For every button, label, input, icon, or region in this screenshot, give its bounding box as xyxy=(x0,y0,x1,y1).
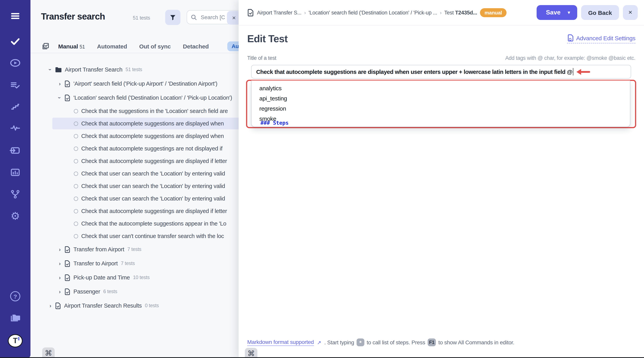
chevron-down-icon[interactable]: ▼ xyxy=(567,10,571,15)
test-circle-icon xyxy=(74,171,78,176)
folder-icon xyxy=(55,67,62,73)
steps-icon[interactable] xyxy=(0,102,30,111)
tree-row-count: 7 tests xyxy=(121,261,135,266)
tree-row[interactable]: › Transfer to Airport 7 tests xyxy=(30,256,243,270)
tree-row[interactable]: › Check that autocomplete suggestions ar… xyxy=(30,130,243,142)
menu-icon[interactable] xyxy=(0,11,30,21)
suite-doc-icon xyxy=(64,288,70,295)
reports-icon[interactable] xyxy=(0,168,30,177)
chevron-icon: › xyxy=(47,67,54,72)
tree-row-label: Check that user can search the 'Location… xyxy=(81,183,225,189)
editor-topbar: Airport Transfer S... › 'Location' searc… xyxy=(238,0,644,26)
save-button[interactable]: Save▼ xyxy=(536,5,578,20)
chevron-icon: › xyxy=(57,260,62,266)
tree-row-label: Check that autocomplete suggestings are … xyxy=(81,145,222,152)
text-cursor xyxy=(573,68,573,76)
tree-row-label: 'Location' search field ('Destination Lo… xyxy=(74,95,232,101)
tree-row[interactable]: › Passenger 6 tests xyxy=(30,284,243,299)
chevron-icon: › xyxy=(57,274,62,281)
page-title: Edit Test xyxy=(247,33,288,45)
tree-row-label: Pick-up Date and Time xyxy=(74,274,130,281)
markdown-supported-link[interactable]: Markdown format supported xyxy=(247,339,314,346)
tree-row[interactable]: › Check that the suggestions in the 'Loc… xyxy=(30,105,243,117)
tree-row-label: Airport Transfer Search xyxy=(65,67,122,73)
test-circle-icon xyxy=(74,146,78,151)
filter-button[interactable] xyxy=(165,10,180,25)
test-title-value: Check that autocomplete suggestions are … xyxy=(256,69,572,75)
tree-row[interactable]: › Airport Transfer Search Results 0 test… xyxy=(30,299,243,313)
tag-suggestion-item[interactable]: regression xyxy=(252,103,630,113)
chevron-icon: › xyxy=(57,95,63,100)
breadcrumb-test[interactable]: Test T2435d... xyxy=(444,10,477,16)
command-key-badge: ⌘ xyxy=(42,347,55,358)
tree-row-label: Check that user can search the 'Location… xyxy=(81,170,225,177)
tree-row[interactable]: › 'Airport' search field ('Pick-up Airpo… xyxy=(30,77,243,91)
test-circle-icon xyxy=(74,121,78,126)
tree-row[interactable]: › Check that user can search the 'Locati… xyxy=(30,180,243,192)
topbar-buttons: Save▼ Go Back × xyxy=(536,5,638,20)
test-circle-icon xyxy=(74,159,78,163)
breadcrumb-project[interactable]: Airport Transfer S... xyxy=(257,10,302,16)
chevron-right-icon: › xyxy=(440,10,442,16)
projects-folder-icon[interactable] xyxy=(0,313,30,322)
tag-suggestion-item[interactable]: smoke xyxy=(252,113,630,124)
filter-tab[interactable]: Manual51 xyxy=(58,43,85,50)
test-circle-icon xyxy=(74,134,78,138)
footer-text: to call list of steps. Press xyxy=(367,339,425,345)
command-key-badge: ⌘ xyxy=(245,348,257,358)
tree-row[interactable]: › Check that autocomplete suggestings ar… xyxy=(30,205,243,217)
test-circle-icon xyxy=(74,184,78,188)
run-play-icon[interactable] xyxy=(0,58,30,68)
app-window: ⚙ ? T Transfer search 51 tests × xyxy=(0,0,644,358)
search-icon xyxy=(191,14,197,20)
tree-row[interactable]: › Transfer from Airport 7 tests xyxy=(30,242,243,256)
tree-row[interactable]: › Check that user can search the 'Locati… xyxy=(30,167,243,180)
help-icon[interactable]: ? xyxy=(0,291,30,301)
tree-row-label: Check that autocomplete suggestings are … xyxy=(81,158,227,164)
tests-count: 51 tests xyxy=(133,15,150,21)
breadcrumb-suite[interactable]: 'Location' search field ('Destination Lo… xyxy=(308,10,437,16)
tag-suggestion-item[interactable]: api_testing xyxy=(252,93,630,103)
test-title-input[interactable]: Check that autocomplete suggestions are … xyxy=(251,65,631,79)
editor-footer: Markdown format supported ↗ . Start typi… xyxy=(247,338,636,346)
test-tree: › Airport Transfer Search 51 tests › xyxy=(30,63,243,342)
tree-row-count: 6 tests xyxy=(103,289,117,294)
suite-doc-icon xyxy=(64,246,70,253)
filter-tab[interactable]: Automated xyxy=(97,43,127,50)
tree-row[interactable]: › Check that autocomplete suggestings ar… xyxy=(30,155,243,167)
tree-row[interactable]: › 'Location' search field ('Destination … xyxy=(30,91,243,105)
tree-row-count: 0 tests xyxy=(145,303,159,308)
tree-row[interactable]: › Check that user can't continue transfe… xyxy=(30,230,243,242)
tree-row[interactable]: › Check that autocomplete suggestions ar… xyxy=(30,117,243,130)
go-back-button[interactable]: Go Back xyxy=(581,5,619,20)
test-circle-icon xyxy=(74,109,78,113)
tree-row[interactable]: › Pick-up Date and Time 10 tests xyxy=(30,270,243,284)
tree-row[interactable]: › Airport Transfer Search 51 tests xyxy=(30,63,243,77)
title-field-label: Title of a test xyxy=(247,55,276,61)
tree-row[interactable]: › Check that the autocomplete suggestion… xyxy=(30,217,243,230)
select-all-checkbox-icon[interactable] xyxy=(42,43,49,50)
pulse-icon[interactable] xyxy=(0,124,30,132)
f1-key-badge: F1 xyxy=(428,338,436,346)
manual-badge: manual xyxy=(480,8,507,17)
close-button[interactable]: × xyxy=(623,5,638,20)
filter-tab[interactable]: Detached xyxy=(183,43,209,50)
tree-row-label: Transfer from Airport xyxy=(74,246,124,252)
filter-tab[interactable]: Out of sync xyxy=(139,43,171,50)
import-icon[interactable] xyxy=(0,146,30,155)
tree-row[interactable]: › Check that autocomplete suggestings ar… xyxy=(30,142,243,155)
app-logo[interactable]: T xyxy=(0,334,30,347)
chevron-icon: › xyxy=(57,288,62,295)
plans-list-icon[interactable] xyxy=(0,81,30,90)
tree-row[interactable]: › Check that user can search the 'Locati… xyxy=(30,192,243,205)
external-link-icon: ↗ xyxy=(317,339,321,345)
advanced-edit-settings-link[interactable]: Advanced Edit Settings xyxy=(567,34,636,43)
close-icon: × xyxy=(232,14,236,21)
panel-title: Transfer search xyxy=(41,11,105,22)
tests-check-icon[interactable] xyxy=(0,36,30,47)
suite-doc-icon xyxy=(64,274,70,281)
branch-icon[interactable] xyxy=(0,189,30,199)
edit-test-panel: Airport Transfer S... › 'Location' searc… xyxy=(238,0,644,358)
tag-suggestion-item[interactable]: analytics xyxy=(252,83,630,93)
settings-gear-icon[interactable]: ⚙ xyxy=(0,211,30,221)
